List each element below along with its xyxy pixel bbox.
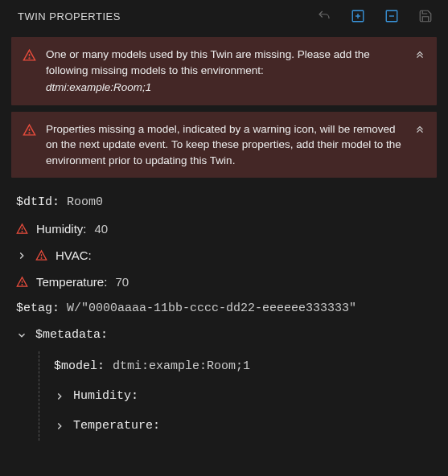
alert-text: One or many models used by this Twin are…	[46, 47, 405, 96]
property-value: Room0	[67, 195, 103, 209]
chevron-right-icon	[54, 391, 65, 402]
metadata-children: $model: dtmi:example:Room;1 Humidity: Te…	[39, 351, 432, 441]
warning-icon	[23, 48, 36, 62]
property-value: W/"0000aaaa-11bb-cccc-dd22-eeeeee333333"	[67, 302, 356, 315]
save-icon	[418, 9, 433, 23]
property-key: $etag:	[16, 302, 60, 315]
warning-icon	[23, 123, 36, 137]
minus-box-icon	[384, 9, 399, 23]
alert-missing-property-model: Properties missing a model, indicated by…	[11, 112, 437, 178]
undo-icon	[317, 9, 331, 23]
property-hvac[interactable]: HVAC:	[16, 242, 432, 269]
properties-list: $dtId: Room0 Humidity: 40 HVAC: Temperat…	[0, 184, 448, 441]
property-temperature: Temperature: 70	[16, 269, 432, 295]
save-button[interactable]	[417, 8, 434, 24]
alert-text: Properties missing a model, indicated by…	[46, 121, 405, 169]
alert-collapse-button[interactable]	[414, 48, 425, 60]
collapse-all-button[interactable]	[384, 8, 400, 24]
chevron-right-icon	[54, 421, 65, 432]
svg-point-12	[41, 258, 42, 259]
chevron-double-up-icon	[414, 123, 425, 134]
property-key: Temperature:	[36, 275, 107, 289]
property-key: $dtId:	[16, 195, 60, 209]
property-value: dtmi:example:Room;1	[113, 359, 250, 373]
property-metadata[interactable]: $metadata:	[16, 322, 432, 348]
chevron-down-icon	[16, 330, 27, 341]
expand-toggle[interactable]	[54, 421, 65, 432]
panel-header: TWIN PROPERTIES	[0, 0, 448, 32]
expand-all-button[interactable]	[350, 8, 366, 24]
property-humidity: Humidity: 40	[16, 215, 432, 242]
property-meta-temperature[interactable]: Temperature:	[54, 411, 432, 441]
property-key: $model:	[54, 359, 105, 373]
undo-button[interactable]	[316, 8, 332, 24]
property-key: Temperature:	[73, 419, 160, 433]
property-value: 40	[95, 222, 109, 236]
svg-point-10	[22, 232, 23, 232]
alert-missing-models: One or many models used by this Twin are…	[11, 37, 437, 105]
property-key: Humidity:	[73, 389, 138, 403]
header-actions	[316, 8, 434, 24]
panel-title: TWIN PROPERTIES	[18, 10, 121, 23]
property-dtid: $dtId: Room0	[16, 189, 432, 215]
property-key: HVAC:	[55, 248, 92, 262]
property-etag: $etag: W/"0000aaaa-11bb-cccc-dd22-eeeeee…	[16, 295, 432, 322]
chevron-right-icon	[16, 250, 27, 261]
warning-icon	[16, 223, 28, 235]
alert-model-id: dtmi:example:Room;1	[46, 80, 405, 96]
alert-collapse-button[interactable]	[414, 123, 425, 134]
alert-message: Properties missing a model, indicated by…	[46, 123, 401, 166]
alert-message: One or many models used by this Twin are…	[46, 48, 370, 76]
expand-toggle[interactable]	[16, 330, 27, 341]
property-key: Humidity:	[36, 222, 87, 236]
expand-toggle[interactable]	[54, 391, 65, 402]
chevron-double-up-icon	[414, 48, 425, 60]
warning-icon	[16, 276, 28, 288]
property-model: $model: dtmi:example:Room;1	[54, 351, 432, 381]
plus-box-icon	[351, 9, 365, 23]
twin-properties-panel: TWIN PROPERTIES One or many models used …	[0, 0, 448, 476]
svg-point-8	[29, 133, 30, 133]
warning-icon	[35, 249, 47, 261]
expand-toggle[interactable]	[16, 250, 27, 261]
svg-point-14	[22, 285, 23, 285]
property-meta-humidity[interactable]: Humidity:	[54, 381, 432, 411]
svg-point-6	[29, 58, 30, 59]
property-value: 70	[115, 275, 129, 289]
property-key: $metadata:	[35, 328, 108, 342]
